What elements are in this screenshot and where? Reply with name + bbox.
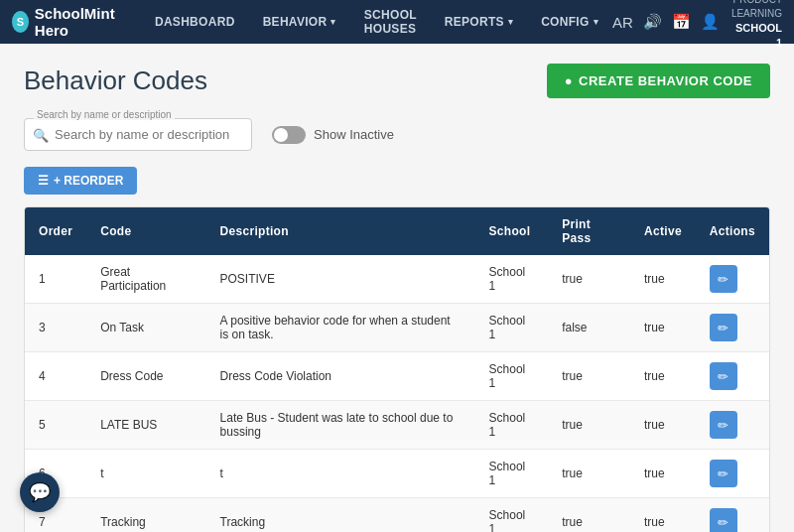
reports-dropdown-arrow: ▾ [508, 17, 513, 27]
cell-order: 4 [25, 352, 86, 401]
cell-order: 5 [25, 401, 86, 450]
col-description: Description [206, 207, 475, 255]
behavior-codes-table-container: Order Code Description School Print Pass… [24, 206, 770, 532]
behavior-codes-table: Order Code Description School Print Pass… [25, 207, 769, 532]
user-school: SCHOOL 1 [729, 21, 782, 52]
edit-button[interactable]: ✏ [710, 508, 737, 532]
page-header: Behavior Codes ● CREATE BEHAVIOR CODE [24, 64, 770, 98]
create-behavior-code-button[interactable]: ● CREATE BEHAVIOR CODE [547, 64, 770, 98]
cell-school: School 1 [475, 255, 549, 304]
col-order: Order [25, 207, 86, 255]
table-row: 4 Dress Code Dress Code Violation School… [25, 352, 769, 401]
config-dropdown-arrow: ▾ [594, 17, 598, 27]
cell-print-pass: true [548, 498, 630, 533]
cell-active: true [630, 352, 696, 401]
cell-actions: ✏ [696, 401, 769, 450]
accessibility-icon[interactable]: AR [612, 14, 633, 31]
nav-reports[interactable]: REPORTS ▾ [431, 0, 527, 44]
user-org: PRODUCT LEARNING [729, 0, 782, 21]
logo[interactable]: S SchoolMint Hero [12, 5, 125, 39]
logo-text: SchoolMint Hero [35, 5, 125, 39]
cell-school: School 1 [475, 450, 549, 498]
cell-description: POSITIVE [206, 255, 475, 304]
col-code: Code [86, 207, 205, 255]
table-row: 3 On Task A positive behavior code for w… [25, 304, 769, 352]
behavior-dropdown-arrow: ▾ [331, 17, 335, 27]
nav-right: AR 🔊 📅 👤 PRODUCT LEARNING SCHOOL 1 [612, 0, 782, 51]
page-title: Behavior Codes [24, 66, 207, 96]
cell-description: Dress Code Violation [206, 352, 475, 401]
search-icon: 🔍 [33, 127, 49, 142]
audio-icon[interactable]: 🔊 [643, 13, 662, 31]
cell-description: Late Bus - Student was late to school du… [206, 401, 475, 450]
col-active: Active [630, 207, 696, 255]
table-row: 1 Great Participation POSITIVE School 1 … [25, 255, 769, 304]
cell-code: LATE BUS [86, 401, 205, 450]
cell-code: Tracking [86, 498, 205, 533]
reorder-button[interactable]: ☰ + REORDER [24, 167, 137, 195]
show-inactive-label: Show Inactive [314, 127, 394, 142]
show-inactive-toggle[interactable] [272, 126, 306, 144]
search-container: Search by name or description 🔍 [24, 118, 252, 151]
cell-description: t [206, 450, 475, 498]
cell-print-pass: true [548, 255, 630, 304]
cell-active: true [630, 498, 696, 533]
filter-row: Search by name or description 🔍 Show Ina… [24, 118, 770, 151]
edit-button[interactable]: ✏ [710, 314, 737, 341]
cell-description: A positive behavior code for when a stud… [206, 304, 475, 352]
cell-code: Dress Code [86, 352, 205, 401]
cell-description: Tracking [206, 498, 475, 533]
plus-icon: ● [565, 73, 573, 88]
table-body: 1 Great Participation POSITIVE School 1 … [25, 255, 769, 532]
user-info: PRODUCT LEARNING SCHOOL 1 [729, 0, 782, 51]
show-inactive-container: Show Inactive [272, 126, 394, 144]
cell-actions: ✏ [696, 498, 769, 533]
cell-code: t [86, 450, 205, 498]
nav-behavior[interactable]: BEHAVIOR ▾ [249, 0, 350, 44]
cell-active: true [630, 255, 696, 304]
cell-school: School 1 [475, 352, 549, 401]
cell-print-pass: false [548, 304, 630, 352]
reorder-icon: ☰ [38, 174, 49, 188]
cell-school: School 1 [475, 304, 549, 352]
search-label: Search by name or description [34, 109, 175, 120]
cell-actions: ✏ [696, 450, 769, 498]
table-row: 6 t t School 1 true true ✏ [25, 450, 769, 498]
edit-button[interactable]: ✏ [710, 460, 737, 487]
cell-order: 1 [25, 255, 86, 304]
col-school: School [475, 207, 549, 255]
nav-dashboard[interactable]: DASHBOARD [141, 0, 249, 44]
cell-print-pass: true [548, 450, 630, 498]
cell-print-pass: true [548, 352, 630, 401]
top-navigation: S SchoolMint Hero DASHBOARD BEHAVIOR ▾ S… [0, 0, 794, 44]
nav-links: DASHBOARD BEHAVIOR ▾ SCHOOL HOUSES REPOR… [141, 0, 612, 44]
cell-actions: ✏ [696, 255, 769, 304]
cell-actions: ✏ [696, 352, 769, 401]
edit-button[interactable]: ✏ [710, 265, 737, 293]
cell-active: true [630, 401, 696, 450]
table-row: 7 Tracking Tracking School 1 true true ✏ [25, 498, 769, 533]
cell-active: true [630, 304, 696, 352]
nav-school-houses[interactable]: SCHOOL HOUSES [350, 0, 431, 44]
cell-school: School 1 [475, 498, 549, 533]
main-content: Behavior Codes ● CREATE BEHAVIOR CODE Se… [0, 44, 794, 532]
edit-button[interactable]: ✏ [710, 362, 737, 390]
cell-order: 3 [25, 304, 86, 352]
nav-config[interactable]: CONFIG ▾ [527, 0, 612, 44]
user-icon[interactable]: 👤 [701, 13, 720, 31]
cell-code: Great Participation [86, 255, 205, 304]
calendar-icon[interactable]: 📅 [672, 13, 691, 31]
cell-actions: ✏ [696, 304, 769, 352]
chat-bubble-button[interactable]: 💬 [20, 472, 60, 512]
logo-icon: S [12, 11, 29, 33]
cell-print-pass: true [548, 401, 630, 450]
cell-code: On Task [86, 304, 205, 352]
search-input[interactable] [24, 118, 252, 151]
col-print-pass: Print Pass [548, 207, 630, 255]
cell-school: School 1 [475, 401, 549, 450]
col-actions: Actions [696, 207, 769, 255]
edit-button[interactable]: ✏ [710, 411, 737, 439]
table-row: 5 LATE BUS Late Bus - Student was late t… [25, 401, 769, 450]
chat-icon: 💬 [29, 481, 51, 503]
cell-active: true [630, 450, 696, 498]
